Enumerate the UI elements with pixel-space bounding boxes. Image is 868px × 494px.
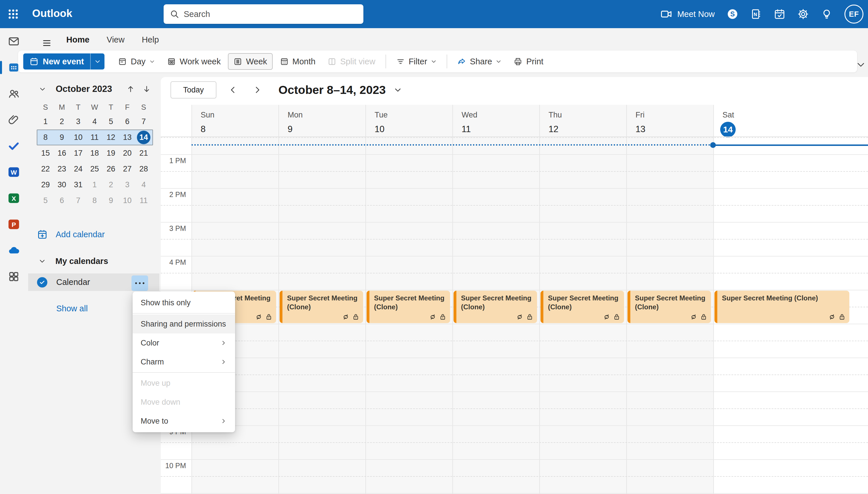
add-calendar-button[interactable]: Add calendar [37, 227, 105, 242]
my-calendars-group[interactable]: My calendars [39, 254, 108, 268]
minical-day[interactable]: 4 [86, 114, 103, 130]
collapse-month-icon[interactable] [39, 86, 46, 93]
minical-day[interactable]: 29 [37, 177, 54, 193]
menu-item-color[interactable]: Color [133, 334, 235, 353]
view-button-split-view[interactable]: Split view [323, 54, 380, 69]
menu-item-show-this-only[interactable]: Show this only [133, 293, 235, 312]
minical-day[interactable]: 20 [119, 145, 136, 161]
date-range-title[interactable]: October 8–14, 2023 [278, 83, 386, 97]
minical-day[interactable]: 1 [86, 177, 103, 193]
minical-day[interactable]: 13 [119, 130, 136, 145]
event-tue[interactable]: Super Secret Meeting (Clone) [367, 291, 450, 323]
calendar-checked-icon[interactable] [37, 277, 47, 287]
next-week-icon[interactable] [253, 85, 262, 95]
minical-day[interactable]: 3 [119, 177, 136, 193]
minical-day[interactable]: 6 [54, 193, 70, 209]
minical-day[interactable]: 22 [37, 161, 54, 177]
minical-day[interactable]: 8 [37, 130, 54, 145]
chevron-down-icon[interactable] [394, 86, 402, 94]
minical-day[interactable]: 27 [119, 161, 136, 177]
minical-day[interactable]: 14 [136, 130, 152, 145]
minical-day[interactable]: 9 [103, 193, 119, 209]
recurrence-icon [828, 313, 836, 321]
minical-day[interactable]: 5 [37, 193, 54, 209]
search-input[interactable]: Search [164, 4, 363, 24]
today-button[interactable]: Today [171, 81, 216, 98]
minical-day[interactable]: 11 [86, 130, 103, 145]
minical-day[interactable]: 10 [119, 193, 136, 209]
minical-day[interactable]: 24 [70, 161, 86, 177]
minical-day[interactable]: 9 [54, 130, 70, 145]
minical-day[interactable]: 7 [136, 114, 152, 130]
event-wed[interactable]: Super Secret Meeting (Clone) [454, 291, 537, 323]
minical-day[interactable]: 25 [86, 161, 103, 177]
minical-day[interactable]: 21 [136, 145, 152, 161]
minical-day[interactable]: 10 [70, 130, 86, 145]
minical-day[interactable]: 16 [54, 145, 70, 161]
event-sat[interactable]: Super Secret Meeting (Clone) [714, 291, 849, 323]
onenote-icon[interactable]: N [750, 8, 762, 20]
skype-icon[interactable]: S [727, 8, 738, 20]
rail-mail[interactable] [0, 28, 27, 54]
rail-apps[interactable] [0, 263, 27, 289]
menu-item-sharing-and-permissions[interactable]: Sharing and permissions [133, 315, 235, 334]
minical-day[interactable]: 7 [70, 193, 86, 209]
minical-day[interactable]: 2 [54, 114, 70, 130]
minical-day[interactable]: 31 [70, 177, 86, 193]
minical-day[interactable]: 8 [86, 193, 103, 209]
view-button-month[interactable]: Month [275, 54, 321, 69]
minical-day[interactable]: 17 [70, 145, 86, 161]
minical-day[interactable]: 28 [136, 161, 152, 177]
event-mon[interactable]: Super Secret Meeting (Clone) [280, 291, 363, 323]
collapse-toolbar-button[interactable] [856, 60, 866, 70]
filter-button[interactable]: Filter [391, 54, 441, 69]
menu-item-move-to[interactable]: Move to [133, 412, 235, 431]
account-avatar[interactable]: EF [845, 5, 863, 23]
app-launcher-button[interactable] [6, 7, 20, 21]
minical-day[interactable]: 3 [70, 114, 86, 130]
event-thu[interactable]: Super Secret Meeting (Clone) [540, 291, 624, 323]
event-title: Super Secret Meeting (Clone) [717, 291, 849, 302]
rail-calendar[interactable] [0, 54, 27, 80]
new-event-button[interactable]: New event [23, 53, 104, 70]
minical-day[interactable]: 18 [86, 145, 103, 161]
rail-onedrive[interactable] [0, 237, 27, 263]
new-event-dropdown[interactable] [91, 58, 104, 64]
minical-day[interactable]: 23 [54, 161, 70, 177]
show-all-link[interactable]: Show all [56, 304, 88, 314]
menu-item-charm[interactable]: Charm [133, 353, 235, 372]
minical-day[interactable]: 2 [103, 177, 119, 193]
minical-day[interactable]: 6 [119, 114, 136, 130]
event-fri[interactable]: Super Secret Meeting (Clone) [628, 291, 711, 323]
meet-now-button[interactable]: Meet Now [660, 8, 715, 20]
rail-powerpoint[interactable]: P [0, 211, 27, 237]
minical-day[interactable]: 30 [54, 177, 70, 193]
lightbulb-icon[interactable] [821, 8, 832, 20]
print-button[interactable]: Print [509, 54, 548, 69]
nav-toggle-button[interactable] [40, 37, 53, 50]
calendar-more-options-button[interactable] [132, 276, 148, 291]
minical-day[interactable]: 12 [103, 130, 119, 145]
today-date-badge: 14 [720, 122, 736, 137]
view-button-week[interactable]: Week [228, 53, 273, 70]
rail-excel[interactable]: X [0, 185, 27, 211]
view-button-day[interactable]: Day [113, 54, 160, 69]
rail-attachments[interactable] [0, 107, 27, 133]
share-button[interactable]: Share [452, 54, 506, 69]
minical-day[interactable]: 15 [37, 145, 54, 161]
minical-day[interactable]: 1 [37, 114, 54, 130]
previous-week-icon[interactable] [229, 85, 238, 95]
view-button-work-week[interactable]: Work week [162, 54, 225, 69]
rail-word[interactable]: W [0, 159, 27, 185]
minical-day[interactable]: 4 [136, 177, 152, 193]
task-calendar-icon[interactable] [774, 8, 785, 20]
minical-day[interactable]: 19 [103, 145, 119, 161]
previous-month-arrow-icon[interactable] [126, 85, 135, 93]
minical-day[interactable]: 5 [103, 114, 119, 130]
rail-todo[interactable] [0, 133, 27, 159]
minical-day[interactable]: 26 [103, 161, 119, 177]
rail-people[interactable] [0, 80, 27, 107]
next-month-arrow-icon[interactable] [143, 85, 151, 93]
settings-gear-icon[interactable] [797, 8, 809, 20]
minical-day[interactable]: 11 [136, 193, 152, 209]
